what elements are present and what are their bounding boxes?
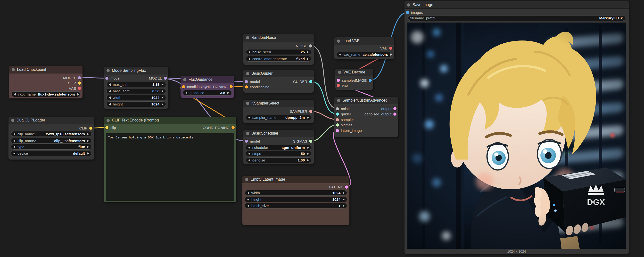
input-slot-sampler[interactable] bbox=[336, 118, 339, 121]
node-header[interactable]: VAE Decode bbox=[335, 69, 373, 76]
widget-steps[interactable]: steps 50 bbox=[246, 151, 311, 156]
prev-arrow-icon[interactable] bbox=[248, 116, 250, 119]
prev-arrow-icon[interactable] bbox=[14, 93, 16, 95]
collapse-dot-icon[interactable] bbox=[245, 178, 248, 181]
prev-arrow-icon[interactable] bbox=[109, 83, 111, 86]
prev-arrow-icon[interactable] bbox=[109, 103, 111, 105]
prev-arrow-icon[interactable] bbox=[248, 51, 250, 53]
output-slot-vae[interactable] bbox=[78, 87, 81, 90]
prev-arrow-icon[interactable] bbox=[13, 152, 15, 155]
next-arrow-icon[interactable] bbox=[87, 152, 89, 155]
output-slot-conditioning[interactable] bbox=[232, 126, 235, 129]
collapse-dot-icon[interactable] bbox=[338, 71, 341, 74]
output-slot-latent[interactable] bbox=[345, 186, 348, 189]
node-basic-scheduler[interactable]: BasicScheduler model SIGMAS scheduler sg… bbox=[244, 130, 314, 164]
input-slot-model[interactable] bbox=[105, 77, 108, 80]
collapse-dot-icon[interactable] bbox=[246, 72, 249, 75]
input-slot-guider[interactable] bbox=[336, 112, 339, 116]
node-header[interactable]: ModelSamplingFlux bbox=[104, 67, 168, 74]
prev-arrow-icon[interactable] bbox=[248, 146, 250, 149]
collapse-dot-icon[interactable] bbox=[183, 78, 186, 81]
output-slot-denoised-output[interactable] bbox=[393, 112, 396, 116]
next-arrow-icon[interactable] bbox=[227, 92, 229, 94]
prev-arrow-icon[interactable] bbox=[109, 90, 111, 92]
next-arrow-icon[interactable] bbox=[87, 133, 89, 135]
collapse-dot-icon[interactable] bbox=[246, 132, 249, 135]
widget-filename-prefix[interactable]: filename_prefix MarkuryFLUX bbox=[408, 15, 625, 21]
prev-arrow-icon[interactable] bbox=[247, 198, 249, 201]
node-header[interactable]: BasicScheduler bbox=[244, 130, 314, 137]
next-arrow-icon[interactable] bbox=[307, 58, 309, 60]
collapse-dot-icon[interactable] bbox=[337, 39, 340, 43]
output-slot-clip[interactable] bbox=[78, 81, 81, 85]
widget-clip-name1[interactable]: clip_name1 t5xxl_fp16.safetensors bbox=[11, 131, 92, 137]
prev-arrow-icon[interactable] bbox=[109, 96, 111, 99]
node-header[interactable]: Load Checkpoint bbox=[9, 66, 82, 73]
input-slot-noise[interactable] bbox=[336, 107, 339, 110]
node-save-image[interactable]: Save Image images filename_prefix Markur… bbox=[404, 1, 629, 254]
node-load-checkpoint[interactable]: Load Checkpoint MODEL CLIP VAE ckpt_name… bbox=[9, 66, 82, 98]
input-slot-conditioning[interactable] bbox=[245, 85, 248, 88]
collapse-dot-icon[interactable] bbox=[106, 119, 110, 122]
widget-ckpt-name[interactable]: ckpt_name flux1-dev.safetensors bbox=[12, 91, 80, 97]
collapse-dot-icon[interactable] bbox=[246, 36, 249, 39]
node-model-sampling-flux[interactable]: ModelSamplingFlux model MODEL max_shift … bbox=[104, 67, 168, 109]
input-slot-model[interactable] bbox=[245, 140, 248, 143]
input-slot-samples[interactable] bbox=[337, 79, 340, 82]
widget-height[interactable]: height 1024 bbox=[106, 101, 166, 107]
node-header[interactable]: BasicGuider bbox=[244, 70, 314, 77]
node-header[interactable]: Save Image bbox=[404, 1, 629, 9]
next-arrow-icon[interactable] bbox=[307, 159, 309, 162]
widget-width[interactable]: width 1024 bbox=[106, 95, 166, 100]
next-arrow-icon[interactable] bbox=[307, 153, 309, 155]
node-header[interactable]: DualCLIPLoader bbox=[8, 117, 94, 124]
output-slot-clip[interactable] bbox=[89, 127, 92, 130]
widget-denoise[interactable]: denoise 1.00 bbox=[246, 157, 311, 163]
prev-arrow-icon[interactable] bbox=[247, 192, 249, 194]
next-arrow-icon[interactable] bbox=[390, 53, 392, 56]
next-arrow-icon[interactable] bbox=[162, 83, 164, 86]
widget-type[interactable]: type flux bbox=[11, 144, 92, 150]
output-slot-sigmas[interactable] bbox=[309, 140, 312, 143]
collapse-dot-icon[interactable] bbox=[11, 119, 14, 122]
node-header[interactable]: KSamplerSelect bbox=[244, 100, 314, 107]
next-arrow-icon[interactable] bbox=[307, 146, 309, 149]
input-slot-latent-image[interactable] bbox=[336, 129, 339, 132]
next-arrow-icon[interactable] bbox=[162, 96, 164, 99]
widget-sampler-name[interactable]: sampler_name dpmpp_2m bbox=[246, 115, 311, 120]
node-basic-guider[interactable]: BasicGuider model conditioning GUIDER bbox=[244, 70, 314, 93]
next-arrow-icon[interactable] bbox=[87, 146, 89, 148]
node-empty-latent-image[interactable]: Empty Latent Image LATENT width 1024 hei… bbox=[242, 176, 350, 225]
widget-guidance[interactable]: guidance 3.5 bbox=[183, 90, 232, 95]
prev-arrow-icon[interactable] bbox=[248, 153, 250, 155]
widget-scheduler[interactable]: scheduler sgm_uniform bbox=[246, 145, 311, 150]
widget-height[interactable]: height 1024 bbox=[245, 197, 347, 202]
widget-max-shift[interactable]: max_shift 1.15 bbox=[106, 82, 166, 87]
output-slot-model[interactable] bbox=[164, 77, 167, 80]
output-slot-image[interactable] bbox=[368, 79, 372, 82]
widget-base-shift[interactable]: base_shift 0.50 bbox=[106, 88, 166, 94]
node-header[interactable]: SamplerCustomAdvanced bbox=[334, 97, 398, 104]
prompt-textarea[interactable]: Toy Jensen holding a DGX Spark in a data… bbox=[106, 133, 234, 201]
prev-arrow-icon[interactable] bbox=[13, 133, 15, 135]
node-vae-decode[interactable]: VAE Decode samples vae IMAGE bbox=[335, 69, 373, 90]
input-slot-vae[interactable] bbox=[337, 84, 340, 87]
node-clip-text-encode[interactable]: CLIP Text Encode (Prompt) clip CONDITION… bbox=[104, 117, 236, 202]
prev-arrow-icon[interactable] bbox=[186, 92, 187, 94]
prev-arrow-icon[interactable] bbox=[13, 140, 15, 142]
output-slot-output[interactable] bbox=[393, 107, 396, 110]
node-sampler-custom-advanced[interactable]: SamplerCustomAdvanced noise guider sampl… bbox=[334, 97, 398, 137]
next-arrow-icon[interactable] bbox=[343, 205, 344, 207]
collapse-dot-icon[interactable] bbox=[246, 102, 249, 105]
input-slot-clip[interactable] bbox=[105, 126, 108, 129]
prev-arrow-icon[interactable] bbox=[247, 205, 249, 207]
next-arrow-icon[interactable] bbox=[343, 198, 344, 201]
node-ksampler-select[interactable]: KSamplerSelect SAMPLER sampler_name dpmp… bbox=[244, 100, 314, 123]
widget-vae-name[interactable]: vae_name ae.safetensors bbox=[337, 52, 392, 57]
node-load-vae[interactable]: Load VAE VAE vae_name ae.safetensors bbox=[334, 37, 394, 59]
node-header[interactable]: Empty Latent Image bbox=[242, 176, 350, 183]
prev-arrow-icon[interactable] bbox=[13, 146, 15, 148]
output-slot-noise[interactable] bbox=[309, 44, 312, 47]
widget-width[interactable]: width 1024 bbox=[245, 190, 347, 196]
input-slot-conditioning[interactable] bbox=[182, 85, 185, 88]
